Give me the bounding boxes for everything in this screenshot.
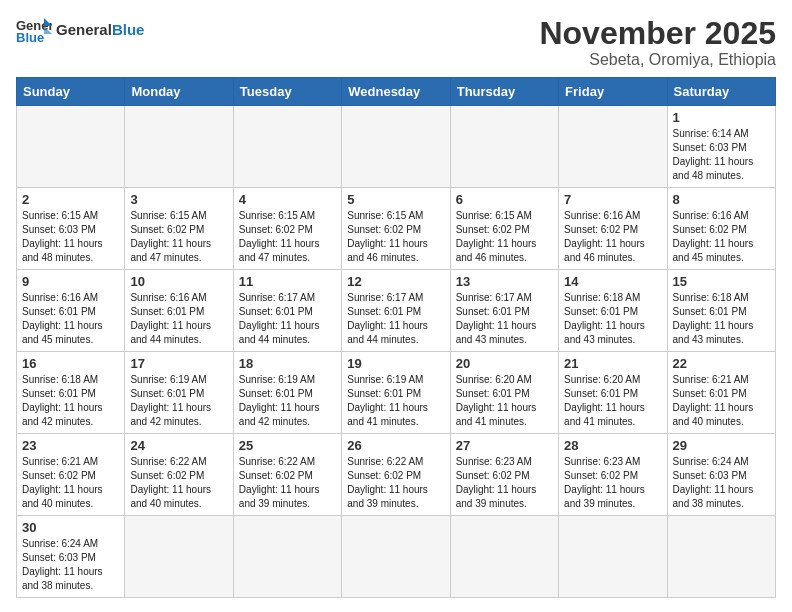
cell-info: Sunrise: 6:16 AM Sunset: 6:02 PM Dayligh… (673, 209, 770, 265)
svg-text:Blue: Blue (16, 30, 44, 44)
calendar-week-2: 9Sunrise: 6:16 AM Sunset: 6:01 PM Daylig… (17, 270, 776, 352)
cell-info: Sunrise: 6:22 AM Sunset: 6:02 PM Dayligh… (347, 455, 444, 511)
date-number: 14 (564, 274, 661, 289)
calendar-cell: 12Sunrise: 6:17 AM Sunset: 6:01 PM Dayli… (342, 270, 450, 352)
calendar-cell (450, 516, 558, 598)
calendar-cell: 3Sunrise: 6:15 AM Sunset: 6:02 PM Daylig… (125, 188, 233, 270)
cell-info: Sunrise: 6:24 AM Sunset: 6:03 PM Dayligh… (673, 455, 770, 511)
calendar-cell: 30Sunrise: 6:24 AM Sunset: 6:03 PM Dayli… (17, 516, 125, 598)
title-block: November 2025 Sebeta, Oromiya, Ethiopia (539, 16, 776, 69)
cell-info: Sunrise: 6:16 AM Sunset: 6:02 PM Dayligh… (564, 209, 661, 265)
cell-info: Sunrise: 6:19 AM Sunset: 6:01 PM Dayligh… (239, 373, 336, 429)
date-number: 5 (347, 192, 444, 207)
cell-info: Sunrise: 6:17 AM Sunset: 6:01 PM Dayligh… (456, 291, 553, 347)
date-number: 27 (456, 438, 553, 453)
cell-info: Sunrise: 6:15 AM Sunset: 6:03 PM Dayligh… (22, 209, 119, 265)
page-header: General Blue GeneralBlue November 2025 S… (16, 16, 776, 69)
calendar-week-0: 1Sunrise: 6:14 AM Sunset: 6:03 PM Daylig… (17, 106, 776, 188)
date-number: 15 (673, 274, 770, 289)
calendar-cell: 24Sunrise: 6:22 AM Sunset: 6:02 PM Dayli… (125, 434, 233, 516)
logo-blue: Blue (112, 21, 145, 38)
day-header-thursday: Thursday (450, 78, 558, 106)
date-number: 23 (22, 438, 119, 453)
calendar-cell: 4Sunrise: 6:15 AM Sunset: 6:02 PM Daylig… (233, 188, 341, 270)
day-header-tuesday: Tuesday (233, 78, 341, 106)
calendar-cell (667, 516, 775, 598)
calendar-cell (233, 516, 341, 598)
calendar-table: SundayMondayTuesdayWednesdayThursdayFrid… (16, 77, 776, 598)
day-header-sunday: Sunday (17, 78, 125, 106)
cell-info: Sunrise: 6:18 AM Sunset: 6:01 PM Dayligh… (673, 291, 770, 347)
date-number: 1 (673, 110, 770, 125)
calendar-cell: 19Sunrise: 6:19 AM Sunset: 6:01 PM Dayli… (342, 352, 450, 434)
calendar-cell: 17Sunrise: 6:19 AM Sunset: 6:01 PM Dayli… (125, 352, 233, 434)
date-number: 24 (130, 438, 227, 453)
calendar-cell: 14Sunrise: 6:18 AM Sunset: 6:01 PM Dayli… (559, 270, 667, 352)
day-header-saturday: Saturday (667, 78, 775, 106)
date-number: 9 (22, 274, 119, 289)
logo-general: General (56, 21, 112, 38)
cell-info: Sunrise: 6:15 AM Sunset: 6:02 PM Dayligh… (239, 209, 336, 265)
day-header-wednesday: Wednesday (342, 78, 450, 106)
date-number: 11 (239, 274, 336, 289)
calendar-cell: 29Sunrise: 6:24 AM Sunset: 6:03 PM Dayli… (667, 434, 775, 516)
calendar-cell (17, 106, 125, 188)
cell-info: Sunrise: 6:21 AM Sunset: 6:01 PM Dayligh… (673, 373, 770, 429)
calendar-cell: 15Sunrise: 6:18 AM Sunset: 6:01 PM Dayli… (667, 270, 775, 352)
calendar-cell (342, 516, 450, 598)
cell-info: Sunrise: 6:19 AM Sunset: 6:01 PM Dayligh… (347, 373, 444, 429)
date-number: 4 (239, 192, 336, 207)
cell-info: Sunrise: 6:15 AM Sunset: 6:02 PM Dayligh… (456, 209, 553, 265)
calendar-cell: 10Sunrise: 6:16 AM Sunset: 6:01 PM Dayli… (125, 270, 233, 352)
calendar-cell: 16Sunrise: 6:18 AM Sunset: 6:01 PM Dayli… (17, 352, 125, 434)
date-number: 3 (130, 192, 227, 207)
calendar-week-4: 23Sunrise: 6:21 AM Sunset: 6:02 PM Dayli… (17, 434, 776, 516)
cell-info: Sunrise: 6:16 AM Sunset: 6:01 PM Dayligh… (22, 291, 119, 347)
day-header-friday: Friday (559, 78, 667, 106)
cell-info: Sunrise: 6:23 AM Sunset: 6:02 PM Dayligh… (564, 455, 661, 511)
calendar-cell: 28Sunrise: 6:23 AM Sunset: 6:02 PM Dayli… (559, 434, 667, 516)
cell-info: Sunrise: 6:21 AM Sunset: 6:02 PM Dayligh… (22, 455, 119, 511)
cell-info: Sunrise: 6:22 AM Sunset: 6:02 PM Dayligh… (239, 455, 336, 511)
date-number: 30 (22, 520, 119, 535)
date-number: 28 (564, 438, 661, 453)
calendar-header-row: SundayMondayTuesdayWednesdayThursdayFrid… (17, 78, 776, 106)
calendar-cell (559, 516, 667, 598)
cell-info: Sunrise: 6:17 AM Sunset: 6:01 PM Dayligh… (347, 291, 444, 347)
cell-info: Sunrise: 6:15 AM Sunset: 6:02 PM Dayligh… (130, 209, 227, 265)
calendar-cell: 21Sunrise: 6:20 AM Sunset: 6:01 PM Dayli… (559, 352, 667, 434)
calendar-cell: 13Sunrise: 6:17 AM Sunset: 6:01 PM Dayli… (450, 270, 558, 352)
calendar-week-1: 2Sunrise: 6:15 AM Sunset: 6:03 PM Daylig… (17, 188, 776, 270)
calendar-cell: 1Sunrise: 6:14 AM Sunset: 6:03 PM Daylig… (667, 106, 775, 188)
calendar-cell (233, 106, 341, 188)
date-number: 20 (456, 356, 553, 371)
calendar-cell: 9Sunrise: 6:16 AM Sunset: 6:01 PM Daylig… (17, 270, 125, 352)
date-number: 12 (347, 274, 444, 289)
cell-info: Sunrise: 6:15 AM Sunset: 6:02 PM Dayligh… (347, 209, 444, 265)
calendar-cell (450, 106, 558, 188)
calendar-cell (125, 106, 233, 188)
calendar-week-5: 30Sunrise: 6:24 AM Sunset: 6:03 PM Dayli… (17, 516, 776, 598)
calendar-cell: 25Sunrise: 6:22 AM Sunset: 6:02 PM Dayli… (233, 434, 341, 516)
logo: General Blue GeneralBlue (16, 16, 144, 44)
month-title: November 2025 (539, 16, 776, 51)
date-number: 26 (347, 438, 444, 453)
cell-info: Sunrise: 6:17 AM Sunset: 6:01 PM Dayligh… (239, 291, 336, 347)
date-number: 21 (564, 356, 661, 371)
calendar-cell (342, 106, 450, 188)
calendar-cell: 2Sunrise: 6:15 AM Sunset: 6:03 PM Daylig… (17, 188, 125, 270)
cell-info: Sunrise: 6:22 AM Sunset: 6:02 PM Dayligh… (130, 455, 227, 511)
calendar-cell: 26Sunrise: 6:22 AM Sunset: 6:02 PM Dayli… (342, 434, 450, 516)
cell-info: Sunrise: 6:23 AM Sunset: 6:02 PM Dayligh… (456, 455, 553, 511)
calendar-cell: 22Sunrise: 6:21 AM Sunset: 6:01 PM Dayli… (667, 352, 775, 434)
calendar-cell (559, 106, 667, 188)
cell-info: Sunrise: 6:20 AM Sunset: 6:01 PM Dayligh… (564, 373, 661, 429)
date-number: 16 (22, 356, 119, 371)
calendar-week-3: 16Sunrise: 6:18 AM Sunset: 6:01 PM Dayli… (17, 352, 776, 434)
location-title: Sebeta, Oromiya, Ethiopia (539, 51, 776, 69)
date-number: 13 (456, 274, 553, 289)
calendar-cell: 8Sunrise: 6:16 AM Sunset: 6:02 PM Daylig… (667, 188, 775, 270)
date-number: 19 (347, 356, 444, 371)
cell-info: Sunrise: 6:18 AM Sunset: 6:01 PM Dayligh… (564, 291, 661, 347)
day-header-monday: Monday (125, 78, 233, 106)
